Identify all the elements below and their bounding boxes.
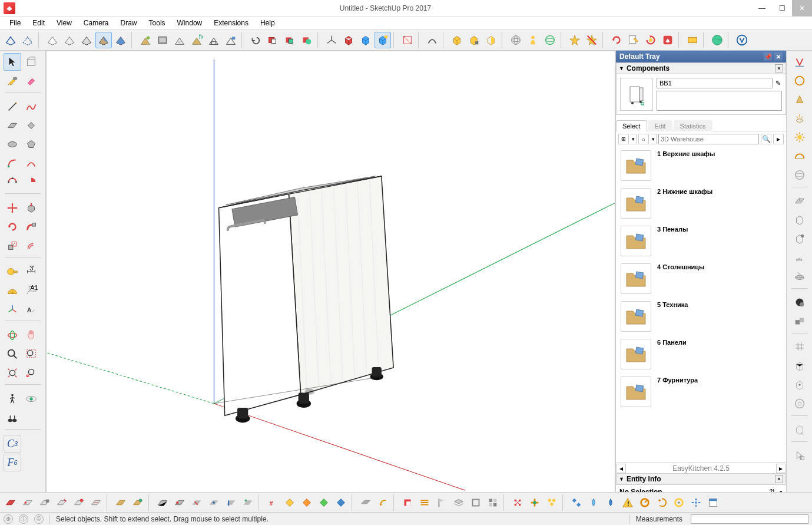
box-view2-icon[interactable] bbox=[357, 32, 374, 48]
bt-3-icon[interactable] bbox=[54, 494, 70, 511]
tape-tool-icon[interactable] bbox=[4, 263, 21, 280]
curve-icon[interactable] bbox=[424, 32, 440, 48]
bt-layers-icon[interactable] bbox=[450, 494, 467, 511]
globe-icon[interactable] bbox=[709, 32, 725, 48]
collapse-arrow-icon[interactable]: ▼ bbox=[619, 65, 624, 71]
rectangle-tool-icon[interactable] bbox=[4, 117, 21, 134]
sketchup-icon[interactable] bbox=[659, 32, 676, 48]
undo-icon[interactable] bbox=[247, 32, 264, 48]
section-tool-icon[interactable] bbox=[4, 409, 21, 427]
menu-view[interactable]: View bbox=[51, 18, 78, 28]
rt-boxes-icon[interactable] bbox=[791, 312, 808, 330]
panel-close-icon[interactable]: × bbox=[775, 64, 783, 72]
zoom-extents-tool-icon[interactable] bbox=[4, 364, 21, 382]
bt-drop2-icon[interactable] bbox=[602, 494, 619, 511]
maximize-button[interactable]: ☐ bbox=[772, 0, 792, 16]
list-item[interactable]: 5 Техника bbox=[616, 298, 786, 335]
dc-home-icon[interactable] bbox=[206, 32, 222, 48]
previous-view-tool-icon[interactable] bbox=[22, 364, 40, 382]
plugin-c3-icon[interactable]: C3 bbox=[4, 435, 21, 453]
rt-cone-icon[interactable] bbox=[791, 91, 808, 108]
bt-hash-icon[interactable]: # bbox=[264, 494, 281, 511]
dc-attributes-icon[interactable] bbox=[171, 32, 188, 48]
rotated-rect-tool-icon[interactable] bbox=[22, 117, 40, 134]
list-item[interactable]: 3 Пеналы bbox=[616, 222, 786, 260]
eraser-tool-icon[interactable] bbox=[22, 72, 40, 90]
rotate-red-icon[interactable] bbox=[608, 32, 625, 48]
rt-grid-icon[interactable] bbox=[791, 338, 808, 356]
bt-orange-ring-icon[interactable] bbox=[637, 494, 653, 511]
box-gold1-icon[interactable] bbox=[449, 32, 465, 48]
bt-flag-icon[interactable] bbox=[433, 494, 450, 511]
bt-blue-diamonds-icon[interactable] bbox=[568, 494, 585, 511]
rt-box5-icon[interactable] bbox=[791, 421, 808, 438]
search-forward-icon[interactable]: ▸ bbox=[773, 134, 784, 144]
menu-file[interactable]: File bbox=[4, 18, 26, 28]
zoom-window-tool-icon[interactable] bbox=[22, 345, 40, 363]
rt-box3-icon[interactable] bbox=[791, 357, 808, 375]
menu-help[interactable]: Help bbox=[254, 18, 281, 28]
list-item[interactable]: 6 Панели bbox=[616, 335, 786, 373]
dc-functions-icon[interactable]: fx bbox=[188, 32, 205, 48]
protractor-tool-icon[interactable] bbox=[4, 282, 21, 299]
nav-back-icon[interactable]: ◂ bbox=[617, 464, 626, 473]
paint-tool-icon[interactable] bbox=[4, 72, 21, 90]
select-tool-icon[interactable] bbox=[4, 53, 21, 71]
rotate-tool-icon[interactable] bbox=[4, 218, 21, 236]
box-gold3-icon[interactable] bbox=[483, 32, 499, 48]
minimize-button[interactable]: — bbox=[752, 0, 772, 16]
3dtext-tool-icon[interactable]: A bbox=[22, 301, 40, 318]
bt-9-icon[interactable] bbox=[171, 494, 188, 511]
bt-yellow-ring-icon[interactable] bbox=[671, 494, 687, 511]
close-button[interactable]: ✕ bbox=[792, 0, 812, 16]
bt-swirl-icon[interactable] bbox=[654, 494, 670, 511]
offset-tool-icon[interactable] bbox=[22, 237, 40, 255]
dc-save-icon[interactable] bbox=[223, 32, 239, 48]
components-panel-header[interactable]: ▼ Components × bbox=[616, 62, 786, 74]
bt-12-icon[interactable] bbox=[223, 494, 239, 511]
person-icon[interactable] bbox=[525, 32, 541, 48]
menu-edit[interactable]: Edit bbox=[26, 18, 51, 28]
layer-icon[interactable] bbox=[399, 32, 416, 48]
menu-extensions[interactable]: Extensions bbox=[208, 18, 254, 28]
rt-box2-icon[interactable] bbox=[791, 230, 808, 247]
home-nav-icon[interactable]: ⌂ bbox=[638, 134, 649, 144]
scale-tool-icon[interactable] bbox=[4, 237, 21, 255]
arc2-tool-icon[interactable] bbox=[22, 154, 40, 172]
status-credit-icon[interactable]: © bbox=[34, 514, 44, 524]
rt-circle2-icon[interactable] bbox=[791, 395, 808, 412]
bt-13-icon[interactable] bbox=[240, 494, 256, 511]
bt-pattern-icon[interactable] bbox=[485, 494, 501, 511]
style-mono-icon[interactable] bbox=[78, 32, 95, 48]
rt-circle1-icon[interactable] bbox=[791, 72, 808, 90]
status-geo-icon[interactable]: ⊕ bbox=[4, 514, 13, 524]
sphere-green-icon[interactable] bbox=[542, 32, 558, 48]
rt-cursor-icon[interactable] bbox=[791, 447, 808, 464]
status-person-icon[interactable]: ⓘ bbox=[19, 514, 28, 524]
tab-select[interactable]: Select bbox=[616, 120, 647, 131]
bt-5-icon[interactable] bbox=[88, 494, 104, 511]
rt-sphere2-icon[interactable] bbox=[791, 293, 808, 311]
view-mode-icon[interactable]: ⊞ bbox=[618, 134, 629, 144]
nav-forward-icon[interactable]: ▸ bbox=[776, 464, 786, 473]
tray-header[interactable]: Default Tray 📌 ✕ bbox=[616, 51, 786, 62]
bt-diamond-g-icon[interactable] bbox=[316, 494, 332, 511]
box-gold2-icon[interactable] bbox=[466, 32, 482, 48]
bt-window-icon[interactable] bbox=[705, 494, 721, 511]
dc-interact-icon[interactable] bbox=[137, 32, 154, 48]
pushpull-tool-icon[interactable] bbox=[22, 199, 40, 217]
bt-diamond-b-icon[interactable] bbox=[333, 494, 349, 511]
list-item[interactable]: 1 Верхние шкафы bbox=[616, 147, 786, 184]
followme-tool-icon[interactable] bbox=[22, 218, 40, 236]
rt-sphere-icon[interactable] bbox=[791, 166, 808, 184]
bt-10-icon[interactable] bbox=[188, 494, 205, 511]
text-tool-icon[interactable]: A1 bbox=[22, 282, 40, 299]
plugin-f6-icon[interactable]: F6 bbox=[4, 454, 21, 471]
bt-diamond-o-icon[interactable] bbox=[299, 494, 315, 511]
bt-plus-icon[interactable] bbox=[526, 494, 543, 511]
collapse-arrow-icon[interactable]: ▼ bbox=[619, 476, 624, 482]
component-thumbnail[interactable] bbox=[620, 78, 653, 111]
box-view1-icon[interactable] bbox=[340, 32, 357, 48]
orbit-tool-icon[interactable] bbox=[4, 326, 21, 344]
bt-list-icon[interactable] bbox=[416, 494, 433, 511]
